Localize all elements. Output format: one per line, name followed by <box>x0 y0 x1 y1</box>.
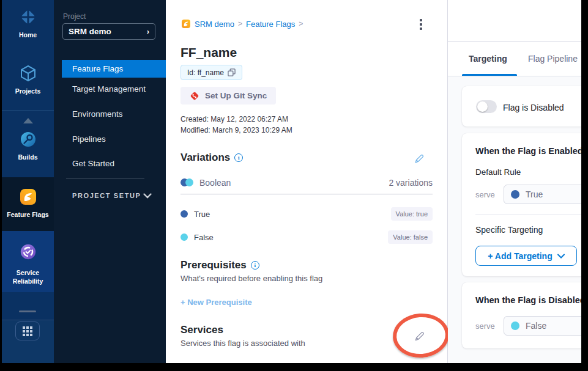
flag-id-badge: Id: ff_name <box>180 65 242 80</box>
flag-state-card: Flag is Disabled <box>462 86 581 127</box>
disabled-section-heading: When the Flag is Disabled <box>475 295 581 305</box>
false-variation-dot <box>180 233 188 241</box>
true-value-badge: Value: true <box>391 207 433 221</box>
sidebar-item-environments[interactable]: Environments <box>62 105 166 123</box>
chevron-right-icon: › <box>147 27 149 36</box>
active-tab-indicator <box>462 74 517 76</box>
targeting-panel: Targeting Flag Pipeline Flag is Disabled… <box>448 0 581 363</box>
specific-targeting-label: Specific Targeting <box>475 225 543 235</box>
variations-heading: Variations i <box>180 152 243 164</box>
project-selector-value: SRM demo <box>69 27 111 36</box>
service-reliability-icon <box>19 243 37 263</box>
serve-true-dropdown[interactable]: True <box>504 185 581 204</box>
scroll-up-caret[interactable] <box>23 118 33 123</box>
collapse-handle[interactable] <box>19 310 36 312</box>
false-variation-dot <box>511 321 519 330</box>
home-icon <box>18 7 38 28</box>
project-selector[interactable]: SRM demo › <box>62 23 155 40</box>
boolean-type-icon <box>180 178 194 187</box>
project-section-label: Project <box>63 12 86 21</box>
feature-flags-icon <box>18 187 38 208</box>
true-variation-dot <box>511 190 519 199</box>
project-sidebar: Project SRM demo › Feature Flags Target … <box>54 0 166 363</box>
rail-item-projects[interactable]: Projects <box>2 64 54 95</box>
builds-icon <box>18 130 38 150</box>
module-switcher-button[interactable] <box>15 321 40 340</box>
rail-label-home: Home <box>19 31 37 39</box>
prerequisites-description: What's required before enabling this fla… <box>180 274 322 283</box>
sidebar-item-get-started[interactable]: Get Started <box>62 155 166 172</box>
pencil-icon <box>414 153 425 164</box>
rail-item-builds[interactable]: Builds <box>2 130 54 161</box>
breadcrumb-section-link[interactable]: Feature Flags <box>246 20 295 29</box>
add-targeting-button[interactable]: + Add Targeting <box>475 246 577 266</box>
enabled-section-heading: When the Flag is Enabled <box>475 146 581 156</box>
rail-item-home[interactable]: Home <box>2 7 54 39</box>
chevron-down-icon <box>557 254 565 259</box>
grid-icon <box>23 326 32 336</box>
disabled-rules-card: When the Flag is Disabled serve False <box>462 282 581 348</box>
sidebar-item-target-management[interactable]: Target Management <box>62 80 166 98</box>
variation-type-row: Boolean 2 variations <box>180 178 433 188</box>
copy-icon[interactable] <box>228 68 236 76</box>
sidebar-item-feature-flags[interactable]: Feature Flags <box>62 60 166 78</box>
default-rule-serve-row: serve True <box>475 185 581 204</box>
project-setup-toggle[interactable]: PROJECT SETUP <box>72 192 152 199</box>
panel-header <box>448 0 581 42</box>
pencil-icon <box>414 331 425 342</box>
projects-icon <box>18 64 38 84</box>
git-icon <box>190 91 199 101</box>
breadcrumb-separator: > <box>299 20 303 28</box>
module-rail: Home Projects <box>2 0 54 363</box>
flag-detail-main: SRM demo > Feature Flags > FF_name Id: f… <box>166 0 448 363</box>
rail-item-feature-flags[interactable]: Feature Flags <box>2 187 54 218</box>
tab-targeting[interactable]: Targeting <box>469 54 507 64</box>
rail-label-projects: Projects <box>15 87 40 95</box>
page-title: FF_name <box>180 45 237 60</box>
tab-flag-pipeline[interactable]: Flag Pipeline <box>528 54 578 64</box>
breadcrumb-logo-icon <box>181 19 191 29</box>
rail-label-reliability: Reliability <box>13 277 43 285</box>
flag-enabled-toggle[interactable] <box>476 100 497 113</box>
info-icon[interactable]: i <box>234 153 243 162</box>
variation-row-false: False Value: false <box>180 230 433 244</box>
rail-bottom-section <box>2 320 54 363</box>
services-description: Services this flag is associated with <box>180 339 305 348</box>
rail-divider <box>2 110 54 111</box>
chevron-down-icon <box>143 193 152 199</box>
breadcrumb-project-link[interactable]: SRM demo <box>195 20 234 29</box>
edit-variations-button[interactable] <box>414 153 425 167</box>
variation-count: 2 variations <box>389 178 433 188</box>
new-prerequisite-link[interactable]: + New Prerequisite <box>180 298 252 307</box>
rail-label-service: Service <box>17 269 39 276</box>
modified-timestamp: Modified: March 9, 2023 10:29 AM <box>180 126 292 134</box>
set-up-git-sync-button[interactable]: Set Up Git Sync <box>180 87 276 105</box>
edit-services-button[interactable] <box>414 331 425 345</box>
created-timestamp: Created: May 12, 2022 06:27 AM <box>180 115 288 123</box>
serve-false-dropdown[interactable]: False <box>504 316 581 336</box>
variations-divider <box>180 194 433 194</box>
services-heading: Services <box>180 324 223 336</box>
panel-body: Flag is Disabled When the Flag is Enable… <box>448 76 581 363</box>
sidebar-divider <box>66 178 144 179</box>
variation-type-label: Boolean <box>199 178 231 188</box>
enabled-rules-card: When the Flag is Enabled Default Rule se… <box>462 133 581 276</box>
card-divider <box>475 214 581 215</box>
disabled-serve-row: serve False <box>475 316 581 336</box>
breadcrumb: SRM demo > Feature Flags > <box>181 19 303 29</box>
flag-state-label: Flag is Disabled <box>503 103 564 112</box>
info-icon[interactable]: i <box>251 261 259 270</box>
false-value-badge: Value: false <box>388 230 433 244</box>
breadcrumb-separator: > <box>238 20 242 28</box>
app-window: Home Projects <box>2 0 581 363</box>
rail-label-builds: Builds <box>18 153 37 161</box>
true-variation-dot <box>180 210 188 218</box>
panel-tabs: Targeting Flag Pipeline <box>448 42 581 76</box>
prerequisites-heading: Prerequisites i <box>180 259 259 271</box>
rail-label-feature-flags: Feature Flags <box>7 211 48 218</box>
rail-item-service-reliability[interactable]: Service Reliability <box>2 243 54 285</box>
default-rule-label: Default Rule <box>475 167 521 177</box>
flag-options-menu-button[interactable] <box>415 18 426 32</box>
sidebar-item-pipelines[interactable]: Pipelines <box>62 130 166 148</box>
variation-row-true: True Value: true <box>180 207 433 221</box>
